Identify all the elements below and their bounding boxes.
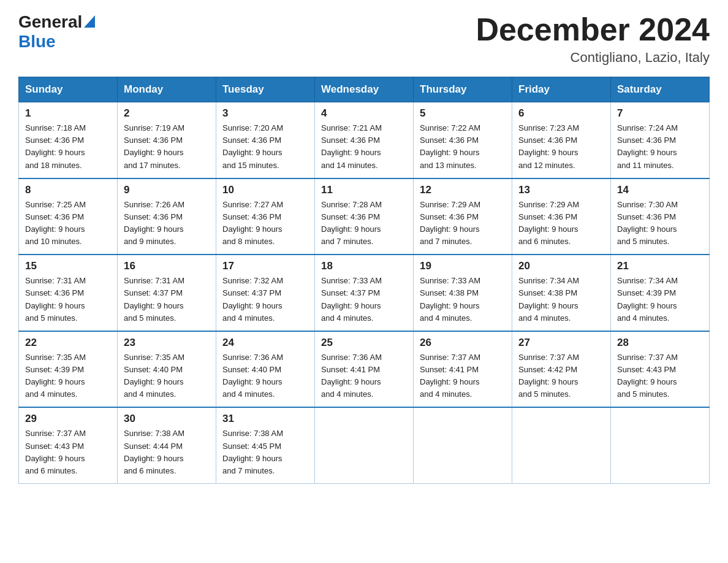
day-number: 25 [321, 337, 407, 349]
calendar-day-cell: 15 Sunrise: 7:31 AMSunset: 4:36 PMDaylig… [19, 255, 118, 331]
calendar-day-cell: 8 Sunrise: 7:25 AMSunset: 4:36 PMDayligh… [19, 178, 118, 255]
weekday-header-friday: Friday [512, 77, 611, 102]
weekday-header-wednesday: Wednesday [315, 77, 414, 102]
calendar-week-row: 29 Sunrise: 7:37 AMSunset: 4:43 PMDaylig… [19, 407, 710, 483]
day-info: Sunrise: 7:38 AMSunset: 4:44 PMDaylight:… [124, 429, 184, 475]
logo-general-text: General [18, 12, 82, 32]
day-number: 26 [420, 337, 506, 349]
calendar-week-row: 22 Sunrise: 7:35 AMSunset: 4:39 PMDaylig… [19, 331, 710, 408]
calendar-day-cell: 9 Sunrise: 7:26 AMSunset: 4:36 PMDayligh… [118, 178, 216, 255]
day-number: 21 [617, 260, 703, 272]
calendar-day-cell: 27 Sunrise: 7:37 AMSunset: 4:42 PMDaylig… [512, 331, 611, 408]
day-info: Sunrise: 7:35 AMSunset: 4:40 PMDaylight:… [124, 353, 184, 399]
day-number: 5 [420, 107, 506, 120]
day-info: Sunrise: 7:31 AMSunset: 4:36 PMDaylight:… [25, 276, 86, 322]
day-info: Sunrise: 7:20 AMSunset: 4:36 PMDaylight:… [222, 123, 283, 169]
calendar-day-cell: 12 Sunrise: 7:29 AMSunset: 4:36 PMDaylig… [414, 178, 512, 255]
day-info: Sunrise: 7:32 AMSunset: 4:37 PMDaylight:… [222, 276, 283, 322]
calendar-day-cell: 5 Sunrise: 7:22 AMSunset: 4:36 PMDayligh… [414, 102, 512, 178]
day-number: 9 [124, 184, 210, 196]
day-info: Sunrise: 7:36 AMSunset: 4:41 PMDaylight:… [321, 353, 382, 399]
day-number: 29 [25, 413, 111, 425]
calendar-day-cell: 24 Sunrise: 7:36 AMSunset: 4:40 PMDaylig… [216, 331, 315, 408]
day-number: 3 [222, 107, 308, 120]
day-info: Sunrise: 7:19 AMSunset: 4:36 PMDaylight:… [124, 123, 184, 169]
day-info: Sunrise: 7:23 AMSunset: 4:36 PMDaylight:… [518, 123, 579, 169]
day-number: 12 [420, 184, 506, 196]
day-number: 1 [25, 107, 111, 120]
weekday-header-tuesday: Tuesday [216, 77, 315, 102]
day-number: 17 [222, 260, 308, 272]
day-info: Sunrise: 7:34 AMSunset: 4:38 PMDaylight:… [518, 276, 579, 322]
page-subtitle: Contigliano, Lazio, Italy [476, 50, 710, 66]
day-info: Sunrise: 7:37 AMSunset: 4:43 PMDaylight:… [25, 429, 86, 475]
calendar-day-cell: 13 Sunrise: 7:29 AMSunset: 4:36 PMDaylig… [512, 178, 611, 255]
calendar-header-row: SundayMondayTuesdayWednesdayThursdayFrid… [19, 77, 710, 102]
day-number: 11 [321, 184, 407, 196]
day-number: 31 [222, 413, 308, 425]
day-info: Sunrise: 7:27 AMSunset: 4:36 PMDaylight:… [222, 200, 283, 246]
day-number: 18 [321, 260, 407, 272]
day-number: 14 [617, 184, 703, 196]
calendar-day-cell [315, 407, 414, 483]
day-number: 13 [518, 184, 604, 196]
day-info: Sunrise: 7:33 AMSunset: 4:37 PMDaylight:… [321, 276, 382, 322]
calendar-day-cell: 23 Sunrise: 7:35 AMSunset: 4:40 PMDaylig… [118, 331, 216, 408]
day-number: 27 [518, 337, 604, 349]
calendar-day-cell: 3 Sunrise: 7:20 AMSunset: 4:36 PMDayligh… [216, 102, 315, 178]
day-info: Sunrise: 7:34 AMSunset: 4:39 PMDaylight:… [617, 276, 678, 322]
day-number: 4 [321, 107, 407, 120]
calendar-day-cell [414, 407, 512, 483]
calendar-day-cell: 16 Sunrise: 7:31 AMSunset: 4:37 PMDaylig… [118, 255, 216, 331]
weekday-header-thursday: Thursday [414, 77, 512, 102]
day-info: Sunrise: 7:38 AMSunset: 4:45 PMDaylight:… [222, 429, 283, 475]
day-number: 6 [518, 107, 604, 120]
calendar-day-cell: 25 Sunrise: 7:36 AMSunset: 4:41 PMDaylig… [315, 331, 414, 408]
calendar-day-cell: 7 Sunrise: 7:24 AMSunset: 4:36 PMDayligh… [611, 102, 710, 178]
day-info: Sunrise: 7:30 AMSunset: 4:36 PMDaylight:… [617, 200, 678, 246]
day-number: 10 [222, 184, 308, 196]
calendar-day-cell: 31 Sunrise: 7:38 AMSunset: 4:45 PMDaylig… [216, 407, 315, 483]
day-info: Sunrise: 7:37 AMSunset: 4:43 PMDaylight:… [617, 353, 678, 399]
calendar-table: SundayMondayTuesdayWednesdayThursdayFrid… [18, 77, 710, 484]
calendar-week-row: 1 Sunrise: 7:18 AMSunset: 4:36 PMDayligh… [19, 102, 710, 178]
calendar-day-cell: 18 Sunrise: 7:33 AMSunset: 4:37 PMDaylig… [315, 255, 414, 331]
day-number: 15 [25, 260, 111, 272]
day-info: Sunrise: 7:29 AMSunset: 4:36 PMDaylight:… [518, 200, 579, 246]
calendar-day-cell: 1 Sunrise: 7:18 AMSunset: 4:36 PMDayligh… [19, 102, 118, 178]
day-info: Sunrise: 7:18 AMSunset: 4:36 PMDaylight:… [25, 123, 86, 169]
calendar-week-row: 15 Sunrise: 7:31 AMSunset: 4:36 PMDaylig… [19, 255, 710, 331]
day-info: Sunrise: 7:35 AMSunset: 4:39 PMDaylight:… [25, 353, 86, 399]
day-info: Sunrise: 7:37 AMSunset: 4:42 PMDaylight:… [518, 353, 579, 399]
svg-marker-0 [84, 15, 95, 28]
calendar-day-cell: 30 Sunrise: 7:38 AMSunset: 4:44 PMDaylig… [118, 407, 216, 483]
day-info: Sunrise: 7:28 AMSunset: 4:36 PMDaylight:… [321, 200, 382, 246]
logo: General Blue [18, 12, 95, 52]
logo-blue-text: Blue [18, 32, 56, 51]
calendar-day-cell [512, 407, 611, 483]
calendar-day-cell: 29 Sunrise: 7:37 AMSunset: 4:43 PMDaylig… [19, 407, 118, 483]
calendar-day-cell: 21 Sunrise: 7:34 AMSunset: 4:39 PMDaylig… [611, 255, 710, 331]
day-info: Sunrise: 7:26 AMSunset: 4:36 PMDaylight:… [124, 200, 184, 246]
day-info: Sunrise: 7:37 AMSunset: 4:41 PMDaylight:… [420, 353, 480, 399]
weekday-header-saturday: Saturday [611, 77, 710, 102]
day-number: 20 [518, 260, 604, 272]
page-header: General Blue December 2024 Contigliano, … [18, 12, 710, 66]
day-info: Sunrise: 7:36 AMSunset: 4:40 PMDaylight:… [222, 353, 283, 399]
day-info: Sunrise: 7:25 AMSunset: 4:36 PMDaylight:… [25, 200, 86, 246]
page-title: December 2024 [476, 12, 710, 47]
calendar-day-cell: 28 Sunrise: 7:37 AMSunset: 4:43 PMDaylig… [611, 331, 710, 408]
calendar-day-cell: 19 Sunrise: 7:33 AMSunset: 4:38 PMDaylig… [414, 255, 512, 331]
calendar-day-cell: 4 Sunrise: 7:21 AMSunset: 4:36 PMDayligh… [315, 102, 414, 178]
day-number: 16 [124, 260, 210, 272]
calendar-day-cell: 10 Sunrise: 7:27 AMSunset: 4:36 PMDaylig… [216, 178, 315, 255]
day-info: Sunrise: 7:31 AMSunset: 4:37 PMDaylight:… [124, 276, 184, 322]
day-number: 2 [124, 107, 210, 120]
day-info: Sunrise: 7:33 AMSunset: 4:38 PMDaylight:… [420, 276, 480, 322]
calendar-day-cell: 20 Sunrise: 7:34 AMSunset: 4:38 PMDaylig… [512, 255, 611, 331]
day-number: 8 [25, 184, 111, 196]
day-number: 30 [124, 413, 210, 425]
day-number: 23 [124, 337, 210, 349]
logo-triangle-icon [84, 15, 95, 30]
calendar-day-cell: 14 Sunrise: 7:30 AMSunset: 4:36 PMDaylig… [611, 178, 710, 255]
